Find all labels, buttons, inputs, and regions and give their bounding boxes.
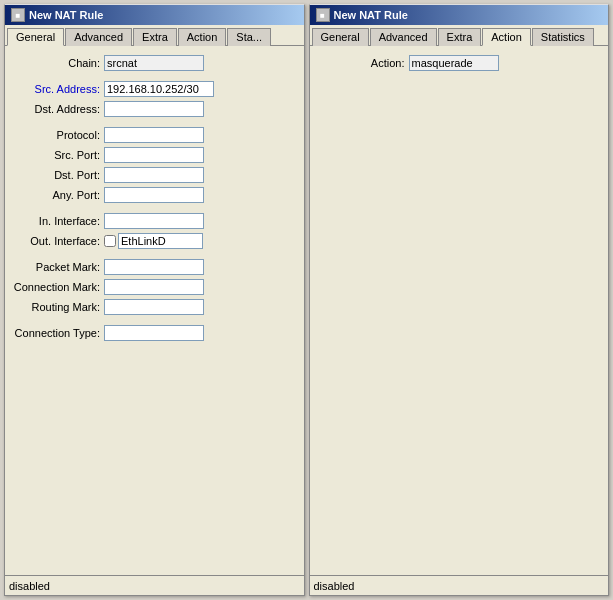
in-interface-label: In. Interface: (9, 215, 104, 227)
any-port-input[interactable] (104, 187, 204, 203)
protocol-input[interactable] (104, 127, 204, 143)
tab-action-1[interactable]: Action (178, 28, 227, 46)
window-title-2: New NAT Rule (334, 9, 408, 21)
any-port-row: Any. Port: (9, 186, 300, 204)
routing-mark-label: Routing Mark: (9, 301, 104, 313)
window-title-1: New NAT Rule (29, 9, 103, 21)
tab-bar-1: General Advanced Extra Action Sta... (5, 25, 304, 46)
dst-port-label: Dst. Port: (9, 169, 104, 181)
tab-statistics-2[interactable]: Statistics (532, 28, 594, 46)
window-2: ■ New NAT Rule General Advanced Extra Ac… (309, 4, 610, 596)
window-icon-1: ■ (11, 8, 25, 22)
dst-address-row: Dst. Address: (9, 100, 300, 118)
title-bar-1: ■ New NAT Rule (5, 5, 304, 25)
protocol-row: Protocol: (9, 126, 300, 144)
status-text-1: disabled (9, 580, 50, 592)
tab-content-2: Action: (310, 46, 609, 575)
packet-mark-input[interactable] (104, 259, 204, 275)
chain-label: Chain: (9, 57, 104, 69)
src-address-label: Src. Address: (9, 83, 104, 95)
window-icon-2: ■ (316, 8, 330, 22)
dst-port-input[interactable] (104, 167, 204, 183)
tab-statistics-1[interactable]: Sta... (227, 28, 271, 46)
src-port-row: Src. Port: (9, 146, 300, 164)
routing-mark-input[interactable] (104, 299, 204, 315)
tab-bar-2: General Advanced Extra Action Statistics (310, 25, 609, 46)
connection-mark-row: Connection Mark: (9, 278, 300, 296)
any-port-label: Any. Port: (9, 189, 104, 201)
tab-content-1: Chain: Src. Address: Dst. Address: Proto… (5, 46, 304, 575)
protocol-label: Protocol: (9, 129, 104, 141)
out-interface-checkbox[interactable] (104, 235, 116, 247)
status-bar-2: disabled (310, 575, 609, 595)
connection-mark-label: Connection Mark: (9, 281, 104, 293)
tab-general-2[interactable]: General (312, 28, 369, 46)
packet-mark-label: Packet Mark: (9, 261, 104, 273)
action-input[interactable] (409, 55, 499, 71)
tab-advanced-1[interactable]: Advanced (65, 28, 132, 46)
src-port-input[interactable] (104, 147, 204, 163)
dst-address-input[interactable] (104, 101, 204, 117)
title-bar-2: ■ New NAT Rule (310, 5, 609, 25)
src-address-input[interactable] (104, 81, 214, 97)
packet-mark-row: Packet Mark: (9, 258, 300, 276)
tab-extra-1[interactable]: Extra (133, 28, 177, 46)
tab-advanced-2[interactable]: Advanced (370, 28, 437, 46)
connection-type-input[interactable] (104, 325, 204, 341)
out-interface-input[interactable] (118, 233, 203, 249)
status-bar-1: disabled (5, 575, 304, 595)
out-interface-label: Out. Interface: (9, 235, 104, 247)
in-interface-row: In. Interface: (9, 212, 300, 230)
tab-action-2[interactable]: Action (482, 28, 531, 46)
src-port-label: Src. Port: (9, 149, 104, 161)
connection-mark-input[interactable] (104, 279, 204, 295)
tab-extra-2[interactable]: Extra (438, 28, 482, 46)
routing-mark-row: Routing Mark: (9, 298, 300, 316)
src-address-row: Src. Address: (9, 80, 300, 98)
connection-type-label: Connection Type: (9, 327, 104, 339)
connection-type-row: Connection Type: (9, 324, 300, 342)
tab-general-1[interactable]: General (7, 28, 64, 46)
chain-row: Chain: (9, 54, 300, 72)
dst-port-row: Dst. Port: (9, 166, 300, 184)
window-1: ■ New NAT Rule General Advanced Extra Ac… (4, 4, 305, 596)
dst-address-label: Dst. Address: (9, 103, 104, 115)
status-text-2: disabled (314, 580, 355, 592)
chain-input[interactable] (104, 55, 204, 71)
out-interface-row: Out. Interface: (9, 232, 300, 250)
action-label: Action: (314, 57, 409, 69)
action-row: Action: (314, 54, 605, 72)
in-interface-input[interactable] (104, 213, 204, 229)
